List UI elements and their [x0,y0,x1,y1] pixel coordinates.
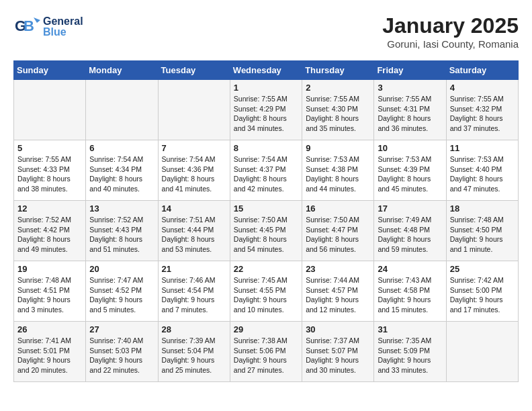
calendar-cell: 20Sunrise: 7:47 AM Sunset: 4:52 PM Dayli… [86,261,158,322]
calendar-cell: 4Sunrise: 7:55 AM Sunset: 4:32 PM Daylig… [446,80,518,140]
day-number: 5 [17,143,82,153]
logo-label: General Blue [43,16,83,38]
cell-content: Sunrise: 7:39 AM Sunset: 5:04 PM Dayligh… [162,336,226,375]
cell-content: Sunrise: 7:54 AM Sunset: 4:36 PM Dayligh… [162,154,226,194]
calendar-cell: 28Sunrise: 7:39 AM Sunset: 5:04 PM Dayli… [158,322,230,382]
calendar-cell: 14Sunrise: 7:51 AM Sunset: 4:44 PM Dayli… [158,201,230,261]
day-number: 27 [89,324,154,334]
calendar-cell: 30Sunrise: 7:37 AM Sunset: 5:07 PM Dayli… [302,322,374,382]
cell-content: Sunrise: 7:53 AM Sunset: 4:40 PM Dayligh… [450,154,515,194]
column-header-sunday: Sunday [14,61,86,80]
calendar-cell: 19Sunrise: 7:48 AM Sunset: 4:51 PM Dayli… [14,261,86,322]
calendar-week-row: 12Sunrise: 7:52 AM Sunset: 4:42 PM Dayli… [14,201,519,261]
cell-content: Sunrise: 7:48 AM Sunset: 4:50 PM Dayligh… [450,215,515,255]
day-number: 11 [450,143,515,153]
cell-content: Sunrise: 7:47 AM Sunset: 4:52 PM Dayligh… [89,275,154,315]
calendar-cell: 31Sunrise: 7:35 AM Sunset: 5:09 PM Dayli… [374,322,446,382]
day-number: 1 [234,83,298,93]
title-block: January 2025 Goruni, Iasi County, Romani… [382,13,519,50]
day-number: 15 [234,203,298,214]
logo: G B General Blue [13,13,83,40]
calendar-cell: 9Sunrise: 7:53 AM Sunset: 4:38 PM Daylig… [302,140,374,201]
calendar-week-row: 19Sunrise: 7:48 AM Sunset: 4:51 PM Dayli… [14,261,519,322]
day-number: 14 [162,203,226,214]
day-number: 8 [234,143,298,153]
page-header: G B General Blue January 2025 Goruni, Ia… [13,13,519,50]
day-number: 10 [378,143,442,153]
cell-content: Sunrise: 7:55 AM Sunset: 4:31 PM Dayligh… [378,94,442,134]
cell-content: Sunrise: 7:42 AM Sunset: 5:00 PM Dayligh… [450,275,515,315]
calendar-cell: 18Sunrise: 7:48 AM Sunset: 4:50 PM Dayli… [446,201,518,261]
cell-content: Sunrise: 7:43 AM Sunset: 4:58 PM Dayligh… [378,275,442,315]
cell-content: Sunrise: 7:53 AM Sunset: 4:38 PM Dayligh… [306,154,370,194]
day-number: 16 [306,203,370,214]
calendar-cell: 8Sunrise: 7:54 AM Sunset: 4:37 PM Daylig… [230,140,302,201]
cell-content: Sunrise: 7:54 AM Sunset: 4:37 PM Dayligh… [234,154,298,194]
day-number: 31 [378,324,442,334]
cell-content: Sunrise: 7:50 AM Sunset: 4:47 PM Dayligh… [306,215,370,255]
cell-content: Sunrise: 7:38 AM Sunset: 5:06 PM Dayligh… [234,336,298,375]
logo-icon: G B [13,13,40,40]
calendar-cell [158,80,230,140]
day-number: 21 [162,264,226,274]
cell-content: Sunrise: 7:40 AM Sunset: 5:03 PM Dayligh… [89,336,154,375]
column-header-monday: Monday [86,61,158,80]
day-number: 6 [89,143,154,153]
day-number: 17 [378,203,442,214]
cell-content: Sunrise: 7:35 AM Sunset: 5:09 PM Dayligh… [378,336,442,375]
calendar-cell: 22Sunrise: 7:45 AM Sunset: 4:55 PM Dayli… [230,261,302,322]
calendar-cell: 23Sunrise: 7:44 AM Sunset: 4:57 PM Dayli… [302,261,374,322]
cell-content: Sunrise: 7:53 AM Sunset: 4:39 PM Dayligh… [378,154,442,194]
column-header-tuesday: Tuesday [158,61,230,80]
calendar-cell [446,322,518,382]
calendar-week-row: 5Sunrise: 7:55 AM Sunset: 4:33 PM Daylig… [14,140,519,201]
cell-content: Sunrise: 7:52 AM Sunset: 4:43 PM Dayligh… [89,215,154,255]
calendar-cell [86,80,158,140]
cell-content: Sunrise: 7:54 AM Sunset: 4:34 PM Dayligh… [89,154,154,194]
day-number: 2 [306,83,370,93]
cell-content: Sunrise: 7:48 AM Sunset: 4:51 PM Dayligh… [17,275,82,315]
cell-content: Sunrise: 7:46 AM Sunset: 4:54 PM Dayligh… [162,275,226,315]
logo-blue-text: Blue [43,27,83,38]
cell-content: Sunrise: 7:55 AM Sunset: 4:33 PM Dayligh… [17,154,82,194]
svg-marker-3 [34,17,40,23]
day-number: 26 [17,324,82,334]
calendar-cell: 12Sunrise: 7:52 AM Sunset: 4:42 PM Dayli… [14,201,86,261]
svg-text:B: B [24,17,34,34]
calendar-cell: 2Sunrise: 7:55 AM Sunset: 4:30 PM Daylig… [302,80,374,140]
calendar-cell: 16Sunrise: 7:50 AM Sunset: 4:47 PM Dayli… [302,201,374,261]
cell-content: Sunrise: 7:52 AM Sunset: 4:42 PM Dayligh… [17,215,82,255]
calendar-cell [14,80,86,140]
location-text: Goruni, Iasi County, Romania [382,38,519,50]
calendar-cell: 21Sunrise: 7:46 AM Sunset: 4:54 PM Dayli… [158,261,230,322]
cell-content: Sunrise: 7:55 AM Sunset: 4:29 PM Dayligh… [234,94,298,134]
cell-content: Sunrise: 7:44 AM Sunset: 4:57 PM Dayligh… [306,275,370,315]
cell-content: Sunrise: 7:51 AM Sunset: 4:44 PM Dayligh… [162,215,226,255]
day-number: 28 [162,324,226,334]
calendar-cell: 24Sunrise: 7:43 AM Sunset: 4:58 PM Dayli… [374,261,446,322]
cell-content: Sunrise: 7:55 AM Sunset: 4:32 PM Dayligh… [450,94,515,134]
day-number: 9 [306,143,370,153]
calendar-cell: 6Sunrise: 7:54 AM Sunset: 4:34 PM Daylig… [86,140,158,201]
logo-general-text: General [43,16,83,27]
day-number: 25 [450,264,515,274]
calendar-week-row: 1Sunrise: 7:55 AM Sunset: 4:29 PM Daylig… [14,80,519,140]
column-header-wednesday: Wednesday [230,61,302,80]
day-number: 20 [89,264,154,274]
calendar-cell: 11Sunrise: 7:53 AM Sunset: 4:40 PM Dayli… [446,140,518,201]
day-number: 7 [162,143,226,153]
calendar-cell: 27Sunrise: 7:40 AM Sunset: 5:03 PM Dayli… [86,322,158,382]
day-number: 4 [450,83,515,93]
day-number: 19 [17,264,82,274]
column-header-thursday: Thursday [302,61,374,80]
calendar-cell: 10Sunrise: 7:53 AM Sunset: 4:39 PM Dayli… [374,140,446,201]
calendar-cell: 25Sunrise: 7:42 AM Sunset: 5:00 PM Dayli… [446,261,518,322]
cell-content: Sunrise: 7:37 AM Sunset: 5:07 PM Dayligh… [306,336,370,375]
cell-content: Sunrise: 7:55 AM Sunset: 4:30 PM Dayligh… [306,94,370,134]
day-number: 22 [234,264,298,274]
day-number: 3 [378,83,442,93]
calendar-cell: 15Sunrise: 7:50 AM Sunset: 4:45 PM Dayli… [230,201,302,261]
day-number: 13 [89,203,154,214]
calendar-cell: 5Sunrise: 7:55 AM Sunset: 4:33 PM Daylig… [14,140,86,201]
day-number: 24 [378,264,442,274]
